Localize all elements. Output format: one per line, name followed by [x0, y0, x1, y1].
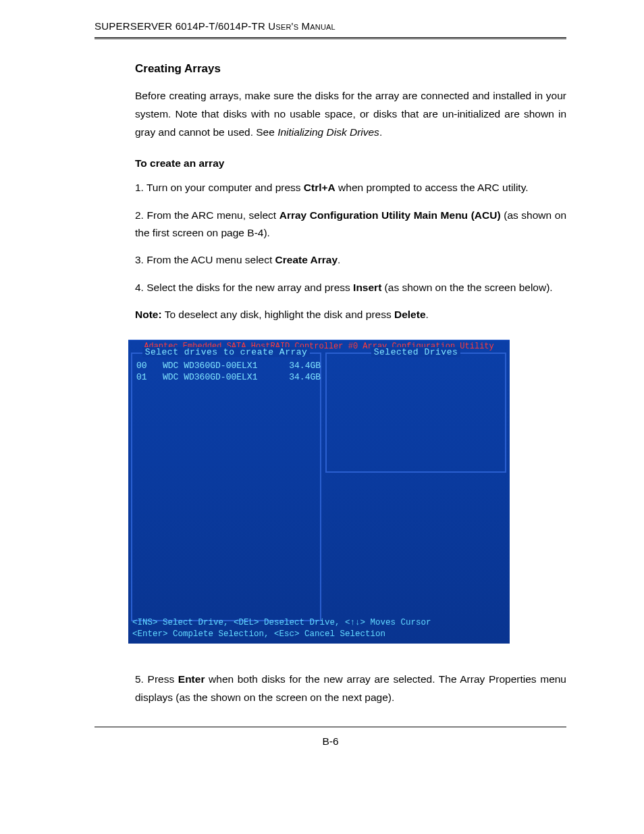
- page-number: B-6: [95, 735, 566, 748]
- header-rule: [95, 37, 566, 42]
- drive-row: 01 WDC WD360GD-00ELX1 34.4GB: [132, 371, 320, 382]
- step-2: 2. From the ARC menu, select Array Confi…: [135, 207, 566, 242]
- right-panel-title: Selected Drives: [371, 347, 461, 357]
- step-1: 1. Turn on your computer and press Ctrl+…: [135, 179, 566, 197]
- step-5: 5. Press Enter when both disks for the n…: [135, 671, 566, 706]
- running-header: SUPERSERVER 6014P-T/6014P-TR User's Manu…: [95, 20, 566, 32]
- footer-rule: [95, 727, 566, 727]
- drive-row: 00 WDC WD360GD-00ELX1 34.4GB: [132, 359, 320, 371]
- bios-footer: <INS> Select Drive, <DEL> Deselect Drive…: [132, 617, 506, 640]
- procedure-heading: To create an array: [135, 157, 566, 170]
- section-title: Creating Arrays: [135, 62, 566, 76]
- step-3: 3. From the ACU menu select Create Array…: [135, 251, 566, 269]
- left-panel-title: Select drives to create Array: [142, 347, 311, 357]
- note: Note: To deselect any disk, highlight th…: [135, 306, 566, 323]
- step-4: 4. Select the disks for the new array an…: [135, 279, 566, 296]
- selected-drives-panel: Selected Drives: [325, 353, 506, 473]
- intro-paragraph: Before creating arrays, make sure the di…: [135, 86, 566, 141]
- drives-available-panel: Select drives to create Array 00 WDC WD3…: [131, 353, 321, 621]
- bios-screenshot: Adaptec Embedded SATA HostRAID Controlle…: [128, 340, 510, 644]
